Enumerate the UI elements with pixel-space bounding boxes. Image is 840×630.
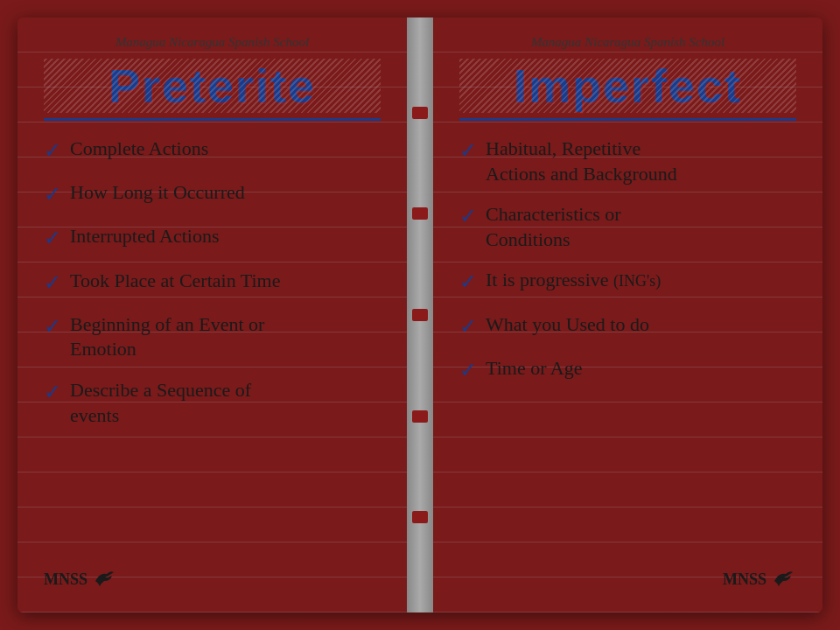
checkmark-icon: ✓ [44, 137, 61, 164]
right-school-name: Managua Nicaragua Spanish School [459, 35, 796, 50]
checkmark-icon: ✓ [459, 269, 477, 296]
left-page: Managua Nicaragua Spanish School Preteri… [18, 18, 407, 612]
item-text: Habitual, RepetitiveActions and Backgrou… [486, 136, 796, 186]
spine-marker-3 [412, 309, 428, 321]
right-bird-icon [770, 564, 796, 595]
checkmark-icon: ✓ [459, 137, 477, 164]
spine-marker-1 [412, 107, 428, 119]
left-logo-text: MNSS [44, 570, 88, 589]
imperfect-title: Imperfect [459, 59, 796, 121]
list-item: ✓ How Long it Occurred [44, 180, 381, 208]
item-text: How Long it Occurred [70, 180, 381, 206]
item-text: Took Place at Certain Time [70, 269, 381, 294]
left-logo: MNSS [44, 564, 117, 595]
list-item: ✓ It is progressive (ING's) [459, 268, 796, 296]
list-item: ✓ Characteristics orConditions [459, 202, 796, 252]
list-item: ✓ Complete Actions [44, 136, 381, 164]
spine-marker-2 [412, 207, 428, 220]
list-item: ✓ What you Used to do [459, 312, 796, 340]
checkmark-icon: ✓ [44, 379, 61, 406]
preterite-title: Preterite [44, 59, 381, 121]
right-footer: MNSS [459, 556, 796, 595]
checkmark-icon: ✓ [459, 203, 477, 230]
checkmark-icon: ✓ [44, 225, 61, 252]
checkmark-icon: ✓ [44, 270, 61, 297]
left-school-name: Managua Nicaragua Spanish School [44, 35, 381, 50]
spine-marker-4 [412, 410, 428, 423]
list-item: ✓ Habitual, RepetitiveActions and Backgr… [459, 136, 796, 186]
item-text: What you Used to do [486, 312, 796, 338]
right-logo-text: MNSS [723, 570, 766, 589]
item-text: Describe a Sequence ofevents [70, 378, 381, 428]
imperfect-list: ✓ Habitual, RepetitiveActions and Backgr… [459, 136, 796, 556]
checkmark-icon: ✓ [459, 357, 477, 384]
list-item: ✓ Time or Age [459, 356, 796, 384]
list-item: ✓ Interrupted Actions [44, 224, 381, 252]
item-text: Beginning of an Event orEmotion [70, 312, 381, 362]
right-page: Managua Nicaragua Spanish School Imperfe… [433, 18, 822, 612]
item-text: It is progressive (ING's) [486, 268, 796, 293]
item-text: Characteristics orConditions [486, 202, 796, 252]
checkmark-icon: ✓ [44, 181, 61, 208]
left-footer: MNSS [44, 556, 381, 595]
left-bird-icon [91, 564, 117, 595]
book-spine [407, 18, 433, 612]
checkmark-icon: ✓ [44, 313, 61, 340]
item-text: Complete Actions [70, 136, 381, 162]
item-text: Interrupted Actions [70, 224, 381, 249]
right-logo: MNSS [723, 564, 796, 595]
list-item: ✓ Took Place at Certain Time [44, 269, 381, 297]
book: Managua Nicaragua Spanish School Preteri… [18, 18, 822, 612]
list-item: ✓ Beginning of an Event orEmotion [44, 312, 381, 362]
preterite-list: ✓ Complete Actions ✓ How Long it Occurre… [44, 136, 381, 556]
list-item: ✓ Describe a Sequence ofevents [44, 378, 381, 428]
spine-marker-5 [412, 511, 428, 523]
checkmark-icon: ✓ [459, 313, 477, 340]
item-text: Time or Age [486, 356, 796, 382]
